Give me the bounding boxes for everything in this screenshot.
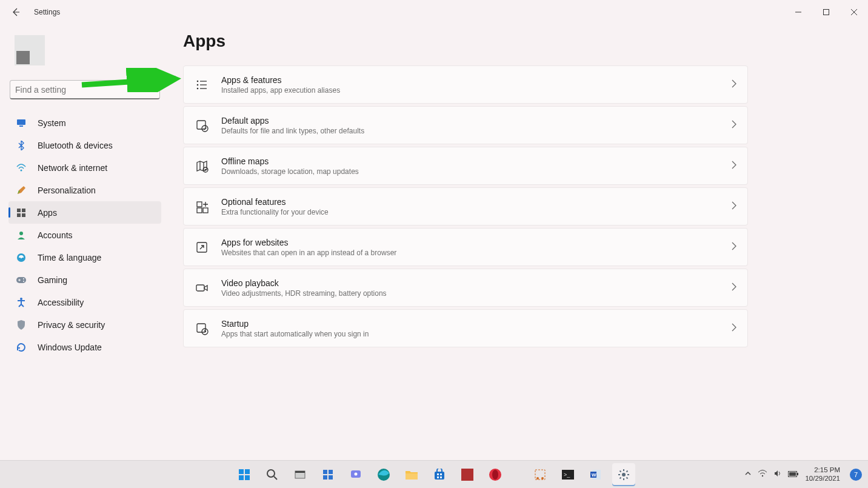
user-profile[interactable] [15, 35, 45, 65]
list-icon [195, 78, 209, 92]
search-box[interactable] [10, 80, 160, 99]
card-optional[interactable]: Optional features Extra functionality fo… [183, 187, 748, 226]
store-button[interactable] [428, 463, 451, 486]
sidebar-item-personalization[interactable]: Personalization [8, 179, 161, 201]
card-subtitle: Downloads, storage location, map updates [221, 167, 732, 176]
card-subtitle: Extra functionality for your device [221, 208, 732, 216]
sidebar-item-bluetooth[interactable]: Bluetooth & devices [8, 134, 161, 156]
opera-button[interactable] [484, 463, 507, 486]
close-button[interactable] [840, 2, 868, 22]
system-icon [16, 119, 27, 127]
defaultapp-icon [195, 118, 209, 133]
svg-point-4 [147, 85, 153, 90]
notification-badge[interactable]: 7 [850, 469, 862, 481]
widgets-button[interactable] [316, 463, 339, 486]
svg-rect-57 [437, 473, 439, 475]
card-defaultapp[interactable]: Default apps Defaults for file and link … [183, 106, 748, 144]
sidebar-item-label: Time & language [38, 253, 101, 262]
chevron-right-icon [732, 282, 736, 293]
taskbar-clock[interactable]: 2:15 PM 10/29/2021 [805, 466, 840, 483]
svg-point-13 [19, 232, 23, 235]
svg-point-19 [20, 298, 22, 300]
chevron-right-icon [732, 201, 736, 212]
svg-rect-42 [239, 475, 244, 480]
card-subtitle: Video adjustments, HDR streaming, batter… [221, 289, 732, 298]
card-startup[interactable]: Startup Apps that start automatically wh… [183, 309, 748, 347]
card-map[interactable]: Offline maps Downloads, storage location… [183, 147, 748, 185]
edge-button[interactable] [372, 463, 395, 486]
word-button[interactable]: W [584, 463, 607, 486]
apps-icon [16, 209, 27, 217]
svg-point-8 [21, 169, 22, 171]
svg-rect-26 [197, 121, 205, 129]
search-input[interactable] [15, 85, 146, 95]
svg-rect-56 [435, 472, 444, 480]
svg-rect-33 [197, 208, 202, 213]
accessibility-icon [16, 298, 27, 307]
card-title: Default apps [221, 116, 732, 125]
volume-icon[interactable] [773, 469, 782, 480]
app-button-1[interactable] [456, 463, 479, 486]
sidebar-item-apps[interactable]: Apps [8, 201, 161, 224]
taskbar-date: 10/29/2021 [805, 475, 840, 483]
start-button[interactable] [233, 463, 256, 486]
tray-chevron-icon[interactable] [744, 470, 752, 479]
chevron-right-icon [732, 120, 736, 131]
gaming-icon [16, 276, 27, 284]
file-explorer-button[interactable] [400, 463, 423, 486]
card-video[interactable]: Video playback Video adjustments, HDR st… [183, 269, 748, 307]
avatar [15, 35, 45, 65]
taskbar-center: >_ W [233, 463, 635, 486]
snip-button[interactable] [529, 463, 552, 486]
card-subtitle: Websites that can open in an app instead… [221, 249, 732, 257]
wifi-icon[interactable] [758, 470, 767, 479]
card-subtitle: Apps that start automatically when you s… [221, 330, 732, 338]
sidebar-item-accessibility[interactable]: Accessibility [8, 291, 161, 313]
svg-point-66 [541, 477, 544, 480]
sidebar-item-privacy[interactable]: Privacy & security [8, 313, 161, 336]
sidebar-item-accounts[interactable]: Accounts [8, 224, 161, 246]
svg-rect-50 [323, 475, 327, 480]
update-icon [16, 343, 27, 352]
chevron-right-icon [732, 242, 736, 253]
svg-point-31 [205, 169, 207, 170]
svg-rect-34 [203, 208, 208, 213]
svg-line-79 [620, 477, 621, 478]
svg-point-65 [536, 477, 539, 480]
svg-point-24 [197, 87, 199, 89]
svg-rect-36 [196, 285, 204, 291]
maximize-button[interactable] [812, 2, 840, 22]
back-button[interactable] [8, 5, 23, 19]
chat-button[interactable] [344, 463, 367, 486]
card-websites[interactable]: Apps for websites Websites that can open… [183, 228, 748, 266]
settings-button[interactable] [612, 463, 635, 486]
sidebar-item-update[interactable]: Windows Update [8, 336, 161, 358]
card-list[interactable]: Apps & features Installed apps, app exec… [183, 65, 748, 104]
sidebar-item-label: Apps [38, 208, 57, 218]
task-view-button[interactable] [289, 463, 312, 486]
sidebar-item-network[interactable]: Network & internet [8, 156, 161, 179]
card-title: Startup [221, 319, 732, 329]
svg-rect-11 [17, 213, 21, 217]
terminal-button[interactable]: >_ [556, 463, 579, 486]
sidebar-item-label: Bluetooth & devices [38, 141, 113, 150]
battery-icon[interactable] [788, 470, 799, 479]
page-title: Apps [183, 32, 225, 51]
websites-icon [195, 240, 209, 255]
svg-rect-7 [19, 125, 23, 127]
video-icon [195, 281, 209, 295]
sidebar-item-label: Personalization [38, 186, 96, 195]
sidebar-item-gaming[interactable]: Gaming [8, 269, 161, 291]
svg-rect-55 [406, 473, 418, 480]
svg-point-53 [355, 472, 358, 475]
svg-rect-37 [197, 324, 205, 332]
sidebar-item-time[interactable]: Time & language [8, 246, 161, 269]
svg-rect-32 [197, 202, 202, 207]
map-icon [195, 159, 209, 173]
search-icon [146, 84, 155, 95]
minimize-button[interactable] [784, 2, 812, 22]
sidebar-item-label: Network & internet [38, 163, 107, 173]
svg-line-45 [274, 476, 277, 480]
sidebar-item-system[interactable]: System [8, 112, 161, 134]
search-button[interactable] [261, 463, 284, 486]
